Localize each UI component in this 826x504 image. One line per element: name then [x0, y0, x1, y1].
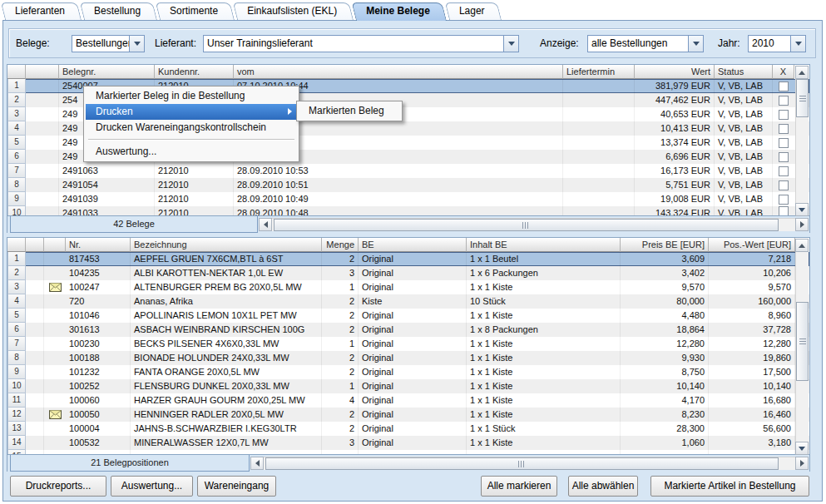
column-header-pos-wert-eur[interactable]: Pos.-Wert [EUR] — [709, 238, 795, 252]
position-row[interactable]: 13100004JAHNS-B.SCHWARZBIER I.KEG30LTR2O… — [7, 422, 809, 436]
scroll-thumb[interactable] — [265, 457, 779, 470]
menge-cell: 1 — [322, 280, 359, 294]
scroll-down-button[interactable] — [795, 442, 809, 455]
horizontal-scrollbar[interactable] — [259, 218, 809, 231]
order-row[interactable]: 8249105421201028.09.2010 10:515,751 EURV… — [7, 178, 809, 192]
column-header-wert[interactable]: Wert — [635, 65, 715, 79]
column-header-inhalt-be[interactable]: Inhalt BE — [467, 238, 621, 252]
order-row[interactable]: 9249103921201028.09.2010 10:4919,008 EUR… — [7, 192, 809, 206]
position-row[interactable]: 3100247ALTENBURGER PREM BG 20X0,5L MW1Or… — [7, 280, 809, 294]
anzeige-select[interactable]: alle Bestellungen — [587, 35, 704, 52]
menu-item-drucken[interactable]: Drucken — [86, 104, 297, 120]
status-cell: V, VB, LAB — [715, 121, 773, 136]
chevron-down-icon[interactable] — [790, 36, 805, 52]
scroll-thumb[interactable] — [796, 302, 809, 381]
scroll-up-button[interactable] — [795, 239, 809, 252]
column-header-preis-be-eur[interactable]: Preis BE [EUR] — [621, 238, 709, 252]
row-checkbox[interactable] — [779, 195, 789, 205]
wareneingang-button[interactable]: Wareneingang — [197, 476, 276, 497]
row-margin-cell — [26, 164, 59, 178]
tab-meine-belege[interactable]: Meine Belege — [356, 2, 447, 21]
tab-bestellung[interactable]: Bestellung — [84, 2, 157, 20]
row-checkbox[interactable] — [779, 180, 789, 190]
position-row[interactable]: 5101046APOLLINARIS LEMON 10X1L PET MW2Or… — [7, 309, 809, 323]
position-row[interactable]: 10100252FLENSBURG DUNKEL 20X0,33L MW1Ori… — [7, 379, 809, 393]
row-checkbox[interactable] — [779, 124, 789, 134]
position-row[interactable]: 8100188BIONADE HOLUNDER 24X0,33L MW2Orig… — [7, 351, 809, 365]
druckreports-button[interactable]: Druckreports... — [10, 476, 106, 497]
positions-count-tab[interactable]: 21 Belegpositionen — [10, 455, 250, 472]
position-row[interactable]: 11100060HARZER GRAUH GOURM 20X0,25L MW4O… — [7, 393, 809, 408]
column-header-be[interactable]: BE — [359, 238, 467, 252]
row-checkbox[interactable] — [779, 96, 789, 106]
scroll-right-button[interactable] — [795, 457, 809, 470]
markierte-artikel-button[interactable]: Markierte Artikel in Bestellung — [650, 476, 809, 497]
order-row[interactable]: 7249106321201028.09.2010 10:5316,173 EUR… — [7, 164, 809, 178]
lieferant-combo[interactable]: Unser Trainingslieferant — [203, 35, 519, 52]
column-header-kundennr[interactable]: Kundennr. — [155, 65, 234, 79]
menu-item-drucken-wareneingangskontrollschein[interactable]: Drucken Wareneingangskontrollschein — [86, 120, 297, 136]
tab-sortimente[interactable]: Sortimente — [160, 2, 235, 20]
scroll-track[interactable] — [795, 79, 809, 203]
column-header-vom[interactable]: vom — [234, 65, 563, 79]
position-row[interactable]: 2104235ALBI KAROTTEN-NEKTAR 1,0L EW3Orig… — [7, 266, 809, 280]
column-header-menge[interactable]: Menge — [322, 238, 359, 252]
auswertung-button[interactable]: Auswertung... — [111, 476, 193, 497]
tab-einkaufslisten-ekl[interactable]: Einkaufslisten (EKL) — [237, 2, 354, 20]
scroll-track[interactable] — [264, 457, 795, 470]
column-header-x[interactable]: X — [773, 65, 794, 79]
vertical-scrollbar[interactable] — [795, 239, 809, 455]
column-header-bezeichnung[interactable]: Bezeichnung — [131, 238, 322, 252]
menu-item-markierter-beleg-in-die-bestellung[interactable]: Markierter Beleg in die Bestellung — [86, 88, 297, 104]
column-header-status[interactable]: Status — [715, 65, 773, 79]
row-checkbox[interactable] — [779, 166, 789, 176]
position-row[interactable]: 14100532MINERALWASSER 12X0,7L MW3Origina… — [7, 436, 809, 450]
position-row[interactable]: 9101232FANTA ORANGE 20X0,5L MW2Original1… — [7, 365, 809, 379]
row-checkbox[interactable] — [779, 110, 789, 120]
row-checkbox[interactable] — [779, 138, 789, 148]
jahr-select[interactable]: 2010 — [748, 35, 806, 52]
row-margin-cell — [26, 365, 44, 379]
column-header-nr[interactable]: Nr. — [66, 238, 131, 252]
chevron-down-icon[interactable] — [688, 36, 703, 52]
scroll-track[interactable] — [272, 218, 795, 231]
scroll-down-button[interactable] — [795, 203, 809, 216]
tab-lager[interactable]: Lager — [449, 2, 502, 20]
scroll-left-button[interactable] — [250, 457, 264, 470]
scroll-left-button[interactable] — [259, 218, 272, 231]
menu-item-auswertung[interactable]: Auswertung... — [86, 144, 297, 160]
column-header-liefertermin[interactable]: Liefertermin — [563, 65, 635, 79]
tab-lieferanten[interactable]: Lieferanten — [5, 2, 82, 20]
mail-cell — [44, 266, 66, 280]
belege-select[interactable]: Bestellungen — [72, 35, 145, 52]
position-row[interactable]: 1817453AEPFEL GRUEN 7X6CM,BTL à 6ST2Orig… — [7, 252, 809, 266]
scroll-thumb[interactable] — [796, 79, 809, 117]
status-cell: V, VB, LAB — [715, 206, 773, 215]
column-header-belegnr[interactable]: Belegnr. — [59, 65, 155, 79]
row-checkbox[interactable] — [779, 206, 789, 215]
position-row[interactable]: 7100230BECKS PILSENER 4X6X0,33L MW1Origi… — [7, 337, 809, 351]
chevron-down-icon[interactable] — [503, 36, 518, 52]
scroll-thumb[interactable] — [274, 219, 779, 231]
belegnr-cell: 2491063 — [59, 164, 155, 178]
alle-markieren-button[interactable]: Alle markieren — [481, 476, 557, 497]
position-row[interactable]: 6301613ASBACH WEINBRAND KIRSCHEN 100G2Or… — [7, 323, 809, 337]
scroll-right-button[interactable] — [795, 218, 809, 231]
row-number: 10 — [7, 379, 26, 393]
row-number: 3 — [7, 107, 26, 121]
position-row[interactable]: 12100050HENNINGER RADLER 20X0,5L MW2Orig… — [7, 408, 809, 422]
alle-abwaehlen-button[interactable]: Alle abwählen — [568, 476, 638, 497]
orders-count-tab[interactable]: 42 Belege — [10, 216, 258, 233]
position-row[interactable]: 15 — [7, 450, 809, 454]
row-checkbox[interactable] — [779, 152, 789, 162]
vertical-scrollbar[interactable] — [795, 66, 809, 216]
horizontal-scrollbar[interactable] — [250, 457, 809, 470]
vom-cell: 28.09.2010 10:49 — [234, 192, 563, 206]
scroll-up-button[interactable] — [795, 66, 809, 79]
scroll-track[interactable] — [795, 252, 809, 442]
row-checkbox[interactable] — [779, 82, 789, 91]
chevron-down-icon[interactable] — [129, 36, 144, 52]
position-row[interactable]: 4720Ananas, Afrika2Kiste10 Stück80,00016… — [7, 294, 809, 309]
order-row[interactable]: 10249103321201028.09.2010 10:48143,324 E… — [7, 206, 809, 215]
menu-item-markierten-beleg[interactable]: Markierten Beleg — [299, 103, 400, 119]
